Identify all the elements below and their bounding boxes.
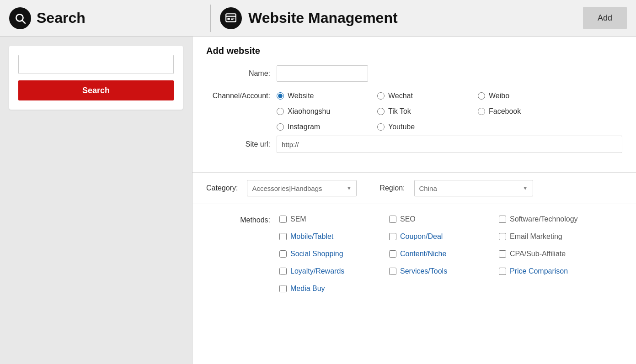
- methods-section: Methods: SEM SEO Software/Technology: [192, 204, 636, 304]
- method-media-buy[interactable]: Media Buy: [279, 285, 389, 293]
- search-section-header: Search: [9, 7, 201, 29]
- svg-rect-4: [227, 17, 230, 19]
- content-area: Add website Name: Channel/Account: Websi…: [192, 37, 636, 364]
- add-button[interactable]: Add: [583, 7, 627, 29]
- radio-instagram-label: Instagram: [288, 123, 320, 131]
- method-services-tools-label: Services/Tools: [400, 267, 447, 275]
- method-loyalty-rewards[interactable]: Loyalty/Rewards: [279, 267, 389, 275]
- name-row: Name:: [206, 65, 622, 82]
- method-sem-label: SEM: [290, 215, 306, 223]
- radio-wechat-label: Wechat: [388, 92, 413, 100]
- radio-website-label: Website: [288, 92, 314, 100]
- website-mgmt-icon: [220, 7, 242, 29]
- radio-weibo-label: Weibo: [489, 92, 509, 100]
- method-email-marketing-label: Email Marketing: [510, 232, 562, 241]
- channel-label: Channel/Account:: [206, 92, 270, 100]
- methods-label: Methods:: [206, 215, 270, 293]
- region-label: Region:: [379, 184, 405, 192]
- radio-facebook-label: Facebook: [489, 107, 521, 116]
- method-services-tools[interactable]: Services/Tools: [389, 267, 499, 275]
- method-coupon-deal-label: Coupon/Deal: [400, 232, 443, 241]
- methods-grid: SEM SEO Software/Technology Mobile/Table…: [279, 215, 618, 293]
- radio-facebook[interactable]: Facebook: [478, 107, 578, 116]
- site-url-row: Site url:: [206, 136, 622, 153]
- radio-tiktok[interactable]: Tik Tok: [377, 107, 478, 116]
- website-mgmt-title: Website Management: [248, 10, 398, 26]
- method-mobile-tablet[interactable]: Mobile/Tablet: [279, 232, 389, 241]
- category-region-row: Category: Accessories|Handbags ▼ Region:…: [192, 173, 636, 204]
- svg-line-1: [22, 20, 25, 23]
- radio-weibo[interactable]: Weibo: [478, 92, 578, 100]
- channel-radio-group: Website Wechat Weibo Xiaohongshu: [277, 92, 578, 131]
- radio-website[interactable]: Website: [277, 92, 377, 100]
- region-chevron-icon: ▼: [523, 185, 528, 191]
- radio-xiaohongshu-label: Xiaohongshu: [288, 107, 330, 116]
- category-dropdown[interactable]: Accessories|Handbags ▼: [247, 180, 357, 196]
- method-social-shopping[interactable]: Social Shopping: [279, 250, 389, 258]
- radio-xiaohongshu[interactable]: Xiaohongshu: [277, 107, 377, 116]
- category-chevron-icon: ▼: [346, 185, 352, 191]
- search-button[interactable]: Search: [18, 80, 174, 100]
- website-mgmt-header: Website Management Add: [220, 7, 627, 29]
- radio-tiktok-label: Tik Tok: [388, 107, 411, 116]
- method-software-tech-label: Software/Technology: [510, 215, 578, 223]
- method-coupon-deal[interactable]: Coupon/Deal: [389, 232, 499, 241]
- search-box: Search: [9, 46, 183, 110]
- category-label: Category:: [206, 184, 238, 192]
- method-content-niche-label: Content/Niche: [400, 250, 446, 258]
- name-label: Name:: [206, 69, 270, 78]
- main-layout: Search Add website Name: Channel/Account…: [0, 37, 636, 364]
- add-website-section: Add website Name: Channel/Account: Websi…: [192, 37, 636, 173]
- header: Search Website Management Add: [0, 0, 636, 37]
- method-loyalty-rewards-label: Loyalty/Rewards: [290, 267, 344, 275]
- method-price-comparison-label: Price Comparison: [510, 267, 568, 275]
- channel-row: Channel/Account: Website Wechat Weibo: [206, 92, 622, 131]
- svg-rect-5: [231, 17, 235, 18]
- method-software-tech[interactable]: Software/Technology: [499, 215, 618, 223]
- search-header-title: Search: [37, 10, 86, 26]
- method-seo[interactable]: SEO: [389, 215, 499, 223]
- radio-instagram[interactable]: Instagram: [277, 123, 377, 131]
- radio-youtube[interactable]: Youtube: [377, 123, 478, 131]
- method-cpa-sub-affiliate-label: CPA/Sub-Affiliate: [510, 250, 566, 258]
- method-price-comparison[interactable]: Price Comparison: [499, 267, 618, 275]
- radio-youtube-label: Youtube: [388, 123, 415, 131]
- site-url-label: Site url:: [206, 140, 270, 148]
- category-value: Accessories|Handbags: [252, 185, 322, 192]
- method-email-marketing[interactable]: Email Marketing: [499, 232, 618, 241]
- form-title: Add website: [206, 46, 622, 56]
- name-input[interactable]: [277, 65, 368, 82]
- site-url-input[interactable]: [277, 136, 622, 153]
- method-content-niche[interactable]: Content/Niche: [389, 250, 499, 258]
- search-header-icon: [9, 7, 31, 29]
- sidebar: Search: [0, 37, 192, 364]
- svg-rect-6: [231, 19, 233, 20]
- method-sem[interactable]: SEM: [279, 215, 389, 223]
- method-media-buy-label: Media Buy: [290, 285, 325, 293]
- method-social-shopping-label: Social Shopping: [290, 250, 343, 258]
- radio-wechat[interactable]: Wechat: [377, 92, 478, 100]
- method-cpa-sub-affiliate[interactable]: CPA/Sub-Affiliate: [499, 250, 618, 258]
- method-seo-label: SEO: [400, 215, 416, 223]
- header-divider: [210, 5, 211, 32]
- search-input[interactable]: [18, 55, 174, 74]
- region-dropdown[interactable]: China ▼: [414, 180, 533, 196]
- region-value: China: [419, 185, 437, 192]
- method-mobile-tablet-label: Mobile/Tablet: [290, 232, 333, 241]
